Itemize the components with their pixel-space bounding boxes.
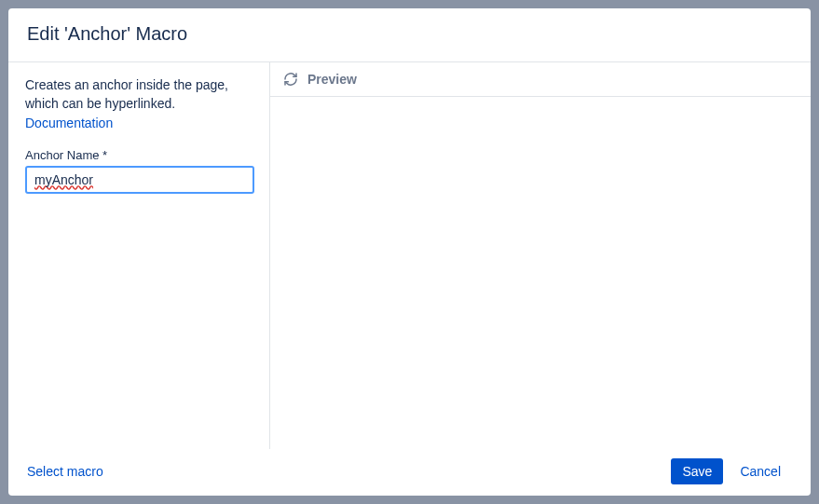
refresh-icon[interactable] (283, 72, 298, 87)
macro-description: Creates an anchor inside the page, which… (25, 75, 253, 114)
cancel-button[interactable]: Cancel (729, 458, 792, 484)
dialog-title: Edit 'Anchor' Macro (27, 23, 792, 45)
anchor-name-label: Anchor Name * (25, 148, 253, 162)
anchor-name-input[interactable]: myAnchor​ (25, 166, 254, 194)
preview-label: Preview (307, 72, 357, 87)
save-button[interactable]: Save (671, 458, 723, 484)
preview-header: Preview (270, 62, 811, 97)
select-macro-link[interactable]: Select macro (27, 464, 103, 479)
dialog-header: Edit 'Anchor' Macro (8, 8, 811, 62)
documentation-link[interactable]: Documentation (25, 116, 113, 130)
preview-pane: Preview (270, 62, 811, 449)
macro-config-sidebar: Creates an anchor inside the page, which… (8, 62, 270, 449)
edit-anchor-macro-dialog: Edit 'Anchor' Macro Creates an anchor in… (8, 8, 811, 496)
dialog-footer: Select macro Save Cancel (8, 449, 811, 496)
dialog-body: Creates an anchor inside the page, which… (8, 62, 811, 449)
